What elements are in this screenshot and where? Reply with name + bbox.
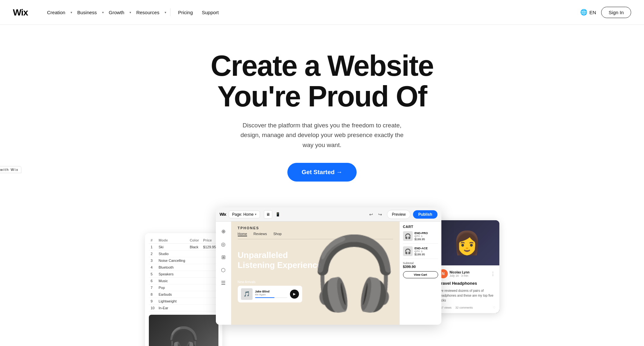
player-song: Me Again [255,293,287,296]
table-row: 4Bluetooth [149,264,218,271]
headphone-preview-image: 🎧 [149,315,218,346]
heart-icon[interactable]: ♡ [493,306,495,309]
screenshots-section: # Mode Color Price 1SkiBlack$129.95 2Stu… [0,207,644,346]
view-cart-button[interactable]: View Cart [403,271,438,278]
cart-item-1-name: END-PRO [415,232,428,235]
player-progress-bar [255,297,287,298]
table-row: 1SkiBlack$129.95 [149,244,218,251]
nav-resources[interactable]: Resources [132,7,163,18]
table-row: 2Studio [149,251,218,257]
table-row: 8Earbuds [149,291,218,298]
editor-topbar: Wix Page: Home ▾ 🖥 📱 ↩ ↪ Preview Publish [216,207,441,222]
get-started-button[interactable]: Get Started → [287,163,357,182]
site-nav-reviews[interactable]: Reviews [254,232,267,236]
blog-author-date: July 16 · 3 min [450,274,470,277]
site-nav-shop[interactable]: Shop [273,232,282,236]
growth-chevron: ▾ [130,11,131,14]
globe-icon: 🌐 [580,9,587,16]
blog-panel: 👩 N Nicolas Lynn July 16 · 3 min ⋮ Trave… [435,220,499,313]
resources-chevron: ▾ [165,11,166,14]
apps-tool[interactable]: ⊞ [217,251,229,263]
cart-item-1-image: 🎧 [403,231,413,241]
created-with-wix-label: Created with Wix [0,166,22,173]
editor-sidebar-tools: ⊕ ◎ ⊞ ⬡ ☰ [216,222,231,325]
media-tool[interactable]: ⬡ [217,264,229,276]
cart-item-2-qty: QTY: 1 [415,250,428,253]
col-mode: Mode [157,237,188,244]
cart-item-1: 🎧 END-PRO QTY: 1 $199.95 [403,231,438,244]
table-row: 7Pop [149,284,218,291]
wix-logo[interactable]: Wix [13,7,33,17]
nav-creation[interactable]: Creation [43,7,69,18]
cart-item-2-details: END-ACE QTY: 1 $199.95 [415,247,428,256]
page-selector[interactable]: Page: Home ▾ [229,211,260,218]
blog-stats: 257 views 32 comments ♡ [439,306,495,309]
play-button[interactable]: ▶ [290,290,299,299]
creation-chevron: ▾ [71,11,72,14]
cart-item-2-name: END-ACE [415,247,428,250]
nav-right: 🌐 EN Sign In [580,7,631,18]
cart-item-2: 🎧 END-ACE QTY: 1 $199.95 [403,246,438,259]
cart-item-1-price: $199.95 [415,238,428,241]
desktop-icon[interactable]: 🖥 [264,210,272,219]
undo-button[interactable]: ↩ [367,210,375,219]
cart-subtotal: Subtotal: $399.90 [403,262,438,269]
hero-title-line1: Create a Website [211,50,434,82]
headphone-hero-image: 🎧 [303,222,399,325]
hero-subtitle: Discover the platform that gives you the… [238,121,406,150]
editor-wix-logo: Wix [220,212,226,217]
page-label: Page: Home [232,212,254,217]
site-nav-home[interactable]: Home [238,232,247,236]
nav-left: Wix Creation ▾ Business ▾ Growth ▾ Resou… [13,7,223,18]
cart-item-1-details: END-PRO QTY: 1 $199.95 [415,232,428,241]
product-table-panel: # Mode Color Price 1SkiBlack$129.95 2Stu… [145,233,222,346]
col-num: # [149,237,157,244]
player-info: Jake Blind Me Again [255,290,287,298]
nav-links: Creation ▾ Business ▾ Growth ▾ Resources… [43,7,223,18]
blog-comments: 32 comments [456,306,473,309]
editor-actions: ↩ ↪ Preview Publish [367,210,437,219]
nav-pricing[interactable]: Pricing [174,7,197,18]
blog-author-name: Nicolas Lynn [450,271,470,274]
cart-item-1-qty: QTY: 1 [415,235,428,238]
undo-redo-group: ↩ ↪ [367,210,384,219]
nav-business[interactable]: Business [73,7,101,18]
blog-hero-image: 👩 [435,220,499,265]
sign-in-button[interactable]: Sign In [601,7,631,18]
table-row: 9Lightweight [149,298,218,305]
language-label: EN [589,10,596,15]
player-progress-fill [255,297,274,298]
table-row: 10In-Ear [149,305,218,311]
hero-title: Create a Website You're Proud Of [145,51,499,112]
mobile-icon[interactable]: 📱 [274,210,282,219]
cart-panel: CART 🎧 END-PRO QTY: 1 $199.95 🎧 END-ACE … [399,222,441,325]
player-artist: Jake Blind [255,290,287,293]
publish-button[interactable]: Publish [413,210,437,219]
blog-more-options[interactable]: ⋮ [490,271,495,277]
table-row: 6Music [149,278,218,284]
page-chevron: ▾ [255,213,256,216]
table-row: 5Speakers [149,271,218,278]
hero-title-line2: You're Proud Of [217,80,427,113]
blog-content: N Nicolas Lynn July 16 · 3 min ⋮ Travel … [435,265,499,313]
main-editor-panel: Wix Page: Home ▾ 🖥 📱 ↩ ↪ Preview Publish [216,207,441,325]
music-player[interactable]: 🎵 Jake Blind Me Again ▶ [238,286,302,302]
blog-author-info: Nicolas Lynn July 16 · 3 min [450,271,470,277]
preview-button[interactable]: Preview [387,210,410,219]
nav-growth[interactable]: Growth [105,7,128,18]
language-selector[interactable]: 🌐 EN [580,9,596,16]
hero-section: Create a Website You're Proud Of Discove… [0,25,644,194]
blog-person-emoji: 👩 [453,230,481,256]
add-elements-tool[interactable]: ⊕ [217,225,229,237]
nav-divider [170,8,170,16]
sections-tool[interactable]: ◎ [217,238,229,250]
cart-title: CART [403,225,438,229]
player-thumbnail: 🎵 [241,288,253,300]
layers-tool[interactable]: ☰ [217,277,229,289]
business-chevron: ▾ [102,11,104,14]
nav-support[interactable]: Support [198,7,223,18]
table-row: 3Noise Cancelling [149,257,218,264]
main-nav: Wix Creation ▾ Business ▾ Growth ▾ Resou… [0,0,644,25]
editor-site-content: TPHONES Home Reviews Shop Unparalleled L… [231,222,399,325]
redo-button[interactable]: ↪ [376,210,384,219]
